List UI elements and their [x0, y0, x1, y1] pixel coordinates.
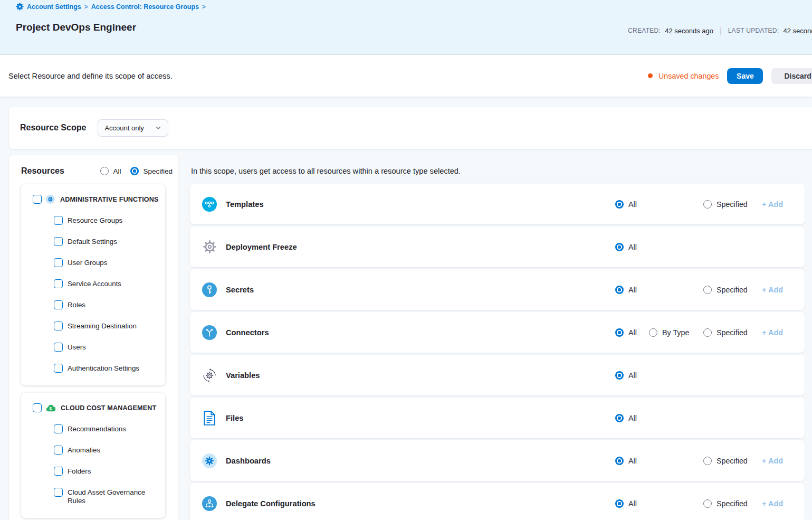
scope-option-specified[interactable]: Specified — [703, 457, 748, 465]
scope-option-all[interactable]: All — [615, 414, 637, 422]
resource-type-checkbox-item[interactable]: User Groups — [54, 258, 159, 267]
scope-option-specified[interactable]: Specified — [703, 200, 748, 209]
action-toolbar: Select Resource and define its scope of … — [0, 55, 812, 97]
radio-selected-icon[interactable] — [615, 414, 624, 422]
resources-filter-specified-radio[interactable]: Specified — [130, 167, 173, 175]
resource-scope-dropdown[interactable]: Account only — [98, 119, 168, 137]
radio-selected-icon[interactable] — [615, 371, 624, 380]
item-label: Roles — [68, 300, 85, 309]
resource-type-checkbox-item[interactable]: Roles — [54, 300, 159, 309]
item-label: Folders — [68, 467, 91, 476]
add-button[interactable]: + Add — [762, 286, 783, 294]
resource-type-checkbox-item[interactable]: Default Settings — [54, 237, 159, 246]
resource-type-checkbox-item[interactable]: Cloud Asset Governance Rules — [54, 488, 159, 505]
files-icon — [202, 411, 217, 426]
resource-type-checkbox-item[interactable]: Streaming Destination — [54, 322, 159, 330]
resource-group-card: $CLOUD COST MANAGEMENTRecommendationsAno… — [21, 393, 165, 518]
resource-row: VariablesAll — [190, 355, 805, 395]
scope-option-by-type[interactable]: By Type — [649, 328, 689, 337]
resource-group-header[interactable]: $CLOUD COST MANAGEMENT — [21, 403, 165, 412]
scope-option-all[interactable]: All — [615, 200, 637, 209]
cloud-cost-icon: $ — [46, 404, 55, 412]
resources-title: Resources — [21, 166, 91, 176]
resource-group-list: ADMINISTRATIVE FUNCTIONSResource GroupsD… — [9, 184, 178, 518]
item-label: Streaming Destination — [68, 322, 137, 330]
scope-option-all[interactable]: All — [615, 457, 637, 465]
resource-type-checkbox-item[interactable]: Authentication Settings — [54, 364, 159, 373]
scope-option-specified[interactable]: Specified — [703, 328, 748, 337]
radio-icon[interactable] — [703, 457, 712, 465]
add-button[interactable]: + Add — [762, 499, 783, 508]
resource-type-checkbox-item[interactable]: Service Accounts — [54, 279, 159, 288]
connectors-icon — [202, 325, 217, 340]
breadcrumb-separator: > — [84, 3, 88, 11]
breadcrumb-link-access-control-resource-groups[interactable]: Access Control: Resource Groups — [91, 3, 199, 11]
item-checkbox[interactable] — [54, 424, 63, 433]
group-checkbox[interactable] — [33, 195, 42, 204]
item-checkbox[interactable] — [54, 322, 63, 330]
radio-selected-icon[interactable] — [615, 286, 624, 294]
item-checkbox[interactable] — [54, 364, 63, 373]
item-checkbox[interactable] — [54, 216, 63, 225]
resource-row: SecretsAllSpecified+ Add — [190, 269, 805, 310]
breadcrumb-link-account-settings[interactable]: Account Settings — [27, 3, 81, 11]
resource-type-checkbox-item[interactable]: Users — [54, 343, 159, 352]
resources-header: Resources All Specified — [9, 155, 178, 184]
item-label: Authentication Settings — [68, 364, 139, 373]
save-button[interactable]: Save — [727, 68, 763, 84]
item-label: Default Settings — [68, 237, 117, 246]
item-checkbox[interactable] — [54, 446, 63, 455]
item-label: Recommendations — [68, 424, 126, 433]
resources-filter-all-radio[interactable]: All — [100, 167, 121, 175]
resources-filter-specified-label: Specified — [143, 167, 173, 175]
radio-selected-icon[interactable] — [615, 243, 624, 251]
scope-option-specified[interactable]: Specified — [703, 286, 748, 294]
group-title: ADMINISTRATIVE FUNCTIONS — [60, 196, 159, 203]
item-checkbox[interactable] — [54, 300, 63, 309]
radio-icon[interactable] — [649, 328, 657, 337]
resource-row: FilesAll — [190, 398, 805, 438]
option-label: Specified — [717, 457, 748, 465]
resource-type-checkbox-item[interactable]: Resource Groups — [54, 216, 159, 225]
item-checkbox[interactable] — [54, 237, 63, 246]
item-label: Service Accounts — [68, 279, 121, 288]
radio-icon[interactable] — [703, 328, 712, 337]
body-grid: Resources All Specified ADMINISTRATIVE F… — [9, 155, 812, 520]
radio-icon[interactable] — [100, 167, 109, 175]
radio-selected-icon[interactable] — [615, 328, 624, 337]
radio-selected-icon[interactable] — [615, 457, 624, 465]
resource-type-checkbox-item[interactable]: Anomalies — [54, 446, 159, 455]
item-checkbox[interactable] — [54, 467, 63, 476]
item-checkbox[interactable] — [54, 488, 63, 497]
item-checkbox[interactable] — [54, 258, 63, 267]
radio-icon[interactable] — [703, 499, 712, 508]
resource-type-checkbox-item[interactable]: Recommendations — [54, 424, 159, 433]
resource-group-header[interactable]: ADMINISTRATIVE FUNCTIONS — [21, 195, 165, 204]
radio-icon[interactable] — [703, 200, 712, 209]
scope-option-all[interactable]: All — [615, 243, 637, 251]
option-label: All — [628, 286, 637, 294]
scope-option-all[interactable]: All — [615, 371, 637, 380]
scope-option-all[interactable]: All — [615, 286, 637, 294]
discard-button[interactable]: Discard — [771, 68, 812, 84]
group-title: CLOUD COST MANAGEMENT — [61, 404, 156, 412]
add-button[interactable]: + Add — [762, 328, 783, 337]
radio-selected-icon[interactable] — [615, 499, 624, 508]
main-column: In this scope, users get access to all r… — [190, 155, 812, 520]
radio-selected-icon[interactable] — [615, 200, 624, 209]
settings-gear-icon — [16, 3, 24, 11]
item-checkbox[interactable] — [54, 279, 63, 288]
resource-type-checkbox-item[interactable]: Folders — [54, 467, 159, 476]
scope-option-specified[interactable]: Specified — [703, 499, 748, 508]
scope-option-all[interactable]: All — [615, 499, 637, 508]
radio-selected-icon[interactable] — [130, 167, 139, 175]
option-label: All — [628, 499, 637, 508]
item-checkbox[interactable] — [54, 343, 63, 352]
resource-row-label: Dashboards — [226, 457, 271, 465]
option-label: All — [628, 200, 637, 209]
scope-option-all[interactable]: All — [615, 328, 637, 337]
group-checkbox[interactable] — [33, 403, 42, 412]
radio-icon[interactable] — [703, 286, 712, 294]
add-button[interactable]: + Add — [762, 457, 783, 465]
add-button[interactable]: + Add — [762, 200, 783, 209]
